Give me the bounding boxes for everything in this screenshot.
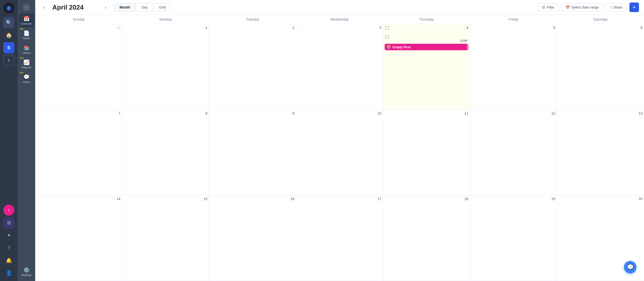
- bell-icon: 🔔: [6, 257, 12, 263]
- expand-btn[interactable]: ›: [23, 4, 30, 11]
- day-num-12: 12: [472, 111, 555, 115]
- cell-apr3[interactable]: 3: [296, 24, 383, 110]
- day-header-wednesday: Wednesday: [296, 15, 383, 24]
- cell-apr7[interactable]: 7: [35, 110, 122, 195]
- day-num-8: 8: [124, 111, 208, 115]
- create-btn[interactable]: +: [3, 55, 14, 66]
- day-num-4: 4: [385, 26, 468, 30]
- reports-icon: 📈: [23, 59, 30, 65]
- cell-apr10[interactable]: 10: [296, 110, 383, 195]
- monitor-btn[interactable]: 🖥: [3, 217, 14, 228]
- calendar-grid: Sunday Monday Tuesday Wednesday Thursday…: [35, 15, 644, 281]
- avatar[interactable]: [3, 3, 14, 14]
- day-header-tuesday: Tuesday: [209, 15, 296, 24]
- cell-apr16[interactable]: 16: [209, 195, 296, 281]
- cell-apr17[interactable]: 17: [296, 195, 383, 281]
- day-header-thursday: Thursday: [383, 15, 470, 24]
- chat-bubble-btn[interactable]: 💬: [624, 261, 636, 273]
- chat-icon: 💬: [627, 264, 634, 270]
- svg-point-1: [8, 6, 10, 8]
- event-empty-post[interactable]: 3:23P Empty Post: [385, 44, 468, 50]
- day-header-friday: Friday: [470, 15, 557, 24]
- day-num-5: 5: [472, 26, 555, 30]
- day4-checkbox[interactable]: [385, 26, 389, 30]
- day-num-11: 11: [385, 111, 468, 115]
- date-range-label: Select date range: [571, 5, 599, 9]
- sidebar-item-calendar-label: Calendar: [21, 22, 32, 25]
- next-month-btn[interactable]: ›: [102, 3, 110, 11]
- tab-day[interactable]: Day: [136, 4, 153, 11]
- cell-apr1[interactable]: 1: [122, 24, 209, 110]
- filter-icon: ⊟: [542, 5, 545, 9]
- cell-apr18[interactable]: 18: [383, 195, 470, 281]
- main-content: ‹ April 2024 › Month Day Grid ⊟ Filter 📅…: [35, 0, 644, 281]
- event-checkbox[interactable]: [385, 35, 389, 39]
- sidebar-item-library[interactable]: 📚 Library: [19, 43, 34, 56]
- cell-apr6[interactable]: 6: [557, 24, 644, 110]
- event-time: 3:23P: [460, 39, 467, 42]
- calendar-weeks: 31 1 2 3 4 3:23P: [35, 24, 644, 281]
- home-btn[interactable]: 🏠: [3, 30, 14, 41]
- svg-point-4: [389, 46, 390, 46]
- cell-apr13[interactable]: 13: [557, 110, 644, 195]
- sidebar-item-calendar-wrap: 📅 Calendar: [19, 14, 34, 27]
- cell-apr8[interactable]: 8: [122, 110, 209, 195]
- cell-apr14[interactable]: 14: [35, 195, 122, 281]
- cell-apr5[interactable]: 5: [470, 24, 557, 110]
- plus-icon: +: [7, 57, 11, 64]
- view-tabs: Month Day Grid: [114, 3, 171, 11]
- sidebar-item-reports[interactable]: Pro 📈 Reports: [19, 57, 34, 71]
- network-btn[interactable]: ✦: [3, 230, 14, 241]
- user-icon: 👤: [6, 270, 12, 276]
- cell-apr2[interactable]: 2: [209, 24, 296, 110]
- filter-btn[interactable]: ⊟ Filter: [538, 3, 559, 11]
- day-header-sunday: Sunday: [35, 15, 122, 24]
- day-header-saturday: Saturday: [557, 15, 644, 24]
- sidebar-item-inbox[interactable]: Pro 💬 Inbox: [19, 72, 34, 85]
- cell-apr9[interactable]: 9: [209, 110, 296, 195]
- tab-grid[interactable]: Grid: [153, 4, 171, 11]
- sidebar-item-settings-label: Settings: [21, 273, 31, 276]
- day-num-20: 20: [558, 197, 642, 201]
- sidebar-item-settings[interactable]: ⚙️ Settings: [19, 265, 34, 278]
- profile-btn[interactable]: 👤: [3, 267, 14, 278]
- calendar-week-2: 7 8 9 10 11 12 13: [35, 110, 644, 196]
- cell-apr4[interactable]: 4 3:23P Empty Post: [383, 24, 470, 110]
- side-nav: › 📅 Calendar Pro 📄 Notes 📚 Library Pro 📈…: [18, 0, 35, 281]
- cell-apr15[interactable]: 15: [122, 195, 209, 281]
- brand-btn[interactable]: S: [3, 42, 14, 53]
- cell-apr19[interactable]: 19: [470, 195, 557, 281]
- instagram-icon: [387, 45, 391, 49]
- help-btn[interactable]: ?: [3, 242, 14, 253]
- prev-month-btn[interactable]: ‹: [40, 3, 48, 11]
- calendar-icon: 📅: [23, 16, 30, 22]
- cell-apr11[interactable]: 11: [383, 110, 470, 195]
- svg-rect-2: [387, 45, 390, 48]
- upload-btn[interactable]: ↑: [3, 205, 14, 216]
- sidebar-item-calendar[interactable]: 📅 Calendar: [19, 14, 34, 27]
- add-btn[interactable]: +: [629, 3, 639, 12]
- sidebar-item-library-label: Library: [22, 51, 31, 54]
- sidebar-item-inbox-label: Inbox: [23, 80, 30, 83]
- calendar-week-1: 31 1 2 3 4 3:23P: [35, 24, 644, 110]
- share-btn[interactable]: ⤴ Share: [606, 3, 627, 11]
- day-num-14: 14: [37, 197, 120, 201]
- monitor-icon: 🖥: [6, 220, 11, 226]
- chevron-left-icon: ‹: [44, 5, 45, 10]
- day-num-mar31: 31: [37, 26, 120, 30]
- sidebar-item-notes[interactable]: Pro 📄 Notes: [19, 28, 34, 42]
- chevron-right-icon: ›: [26, 6, 27, 9]
- sidebar-item-notes-label: Notes: [23, 37, 30, 40]
- cell-mar31[interactable]: 31: [35, 24, 122, 110]
- sidebar-item-reports-wrap: Pro 📈 Reports: [19, 57, 34, 71]
- day-num-1: 1: [124, 26, 208, 30]
- cell-apr12[interactable]: 12: [470, 110, 557, 195]
- pro-label-inbox: Pro: [20, 71, 24, 74]
- notification-btn[interactable]: 🔔: [3, 255, 14, 266]
- event-drag-handle[interactable]: [466, 44, 468, 50]
- search-btn[interactable]: 🔍: [3, 17, 14, 28]
- tab-month[interactable]: Month: [114, 4, 136, 11]
- brand-icon: S: [7, 45, 10, 51]
- month-title: April 2024: [52, 4, 98, 11]
- date-range-btn[interactable]: 📅 Select date range: [561, 3, 603, 11]
